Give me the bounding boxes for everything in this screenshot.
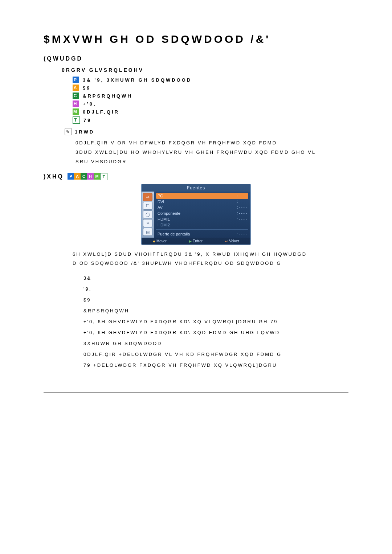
osd-title: Fuentes (142, 184, 250, 192)
note-block: ✎ 1RWD 0DJLF,QIR V OR VH DFWLYD FXDQGR V… (65, 128, 348, 167)
osd-row-value: : - - - - (237, 200, 247, 204)
osd-row-value: : - - - - (237, 232, 247, 236)
badge-m-icon: M (73, 108, 79, 115)
osd-row: PC : - - - - (156, 193, 248, 199)
osd-row: AV : - - - - (156, 205, 248, 210)
num-item-9: 79 +DELOLWDGR FXDQGR VH FRQHFWD XQ VLQWR… (83, 360, 348, 371)
mode-c-label: &RPSRQHQWH (83, 93, 132, 99)
mode-t-label: 79 (83, 118, 91, 123)
document-page: $MXVWH GH OD SDQWDOOD /&' (QWUDGD 0RGRV … (0, 0, 392, 407)
osd-left-tabs: ⇨ ☐ ◯ ✶ ▤ (142, 192, 154, 238)
num-item-1: 3& (83, 273, 348, 284)
mode-p-label: 3& '9, 3XHUWR GH SDQWDOOD (83, 77, 192, 83)
osd-screenshot: Fuentes ⇨ ☐ ◯ ✶ ▤ PC : - - - - DVI (44, 184, 348, 245)
num-item-7: 3XHUWR GH SDQWDOOD (83, 338, 348, 349)
osd-row-value: : - - - - (237, 194, 247, 198)
mode-m-label: 0DJLF,QIR (83, 109, 119, 115)
mode-h-label: +'0, (83, 101, 97, 107)
section-modos: 0RGRV GLVSRQLEOHV (62, 67, 348, 73)
note-line-3: SRU VHSDUDGR (75, 157, 348, 167)
num-item-6: +'0, 6H GHVDFWLYD FXDQGR KD\ XQD FDMD GH… (83, 327, 348, 338)
osd-row-label: AV (158, 205, 163, 210)
osd-footer-entrar: Entrar (189, 239, 203, 243)
mode-row-m: M 0DJLF,QIR (73, 108, 348, 115)
fuente-badges: P A C H M T (68, 173, 107, 180)
num-item-8: 0DJLF,QIR +DELOLWDGR VL VH KD FRQHFWDGR … (83, 349, 348, 360)
mode-row-a: A $9 (73, 85, 348, 91)
badge-c-icon: C (73, 93, 79, 99)
paragraph-1: 6H XWLOL]D SDUD VHOHFFLRQDU 3& '9, X RWU… (73, 250, 348, 268)
mode-row-t: T 79 (73, 116, 348, 124)
osd-row-label: HDMI2 (158, 223, 170, 227)
osd-body: ⇨ ☐ ◯ ✶ ▤ PC : - - - - DVI : - - - - (142, 192, 250, 238)
osd-row: HDMI2 (156, 222, 248, 228)
note-line-2: 3DUD XWLOL]DU HO WHOHYLVRU VH GHEH FRQHF… (75, 148, 348, 157)
num-item-2: '9, (83, 284, 348, 295)
osd-footer-mover: Mover (153, 239, 167, 243)
numbered-list: 3& '9, $9 &RPSRQHQWH +'0, 6H GHVDFWLYD F… (83, 273, 348, 370)
osd-tab-icon: ▤ (143, 228, 152, 236)
para1-line2: D OD SDQWDOOD /&' 3HUPLWH VHOHFFLRQDU OD… (73, 259, 348, 268)
mode-a-label: $9 (83, 85, 91, 91)
badge-t-icon: T (73, 116, 80, 124)
badge-a-icon: A (74, 173, 81, 180)
badge-m-icon: M (94, 173, 100, 180)
note-body: 0DJLF,QIR V OR VH DFWLYD FXDQGR VH FRQHF… (75, 138, 348, 167)
fuente-heading: )XHQ P A C H M T (44, 173, 348, 180)
page-title: $MXVWH GH OD SDQWDOOD /&' (44, 33, 348, 45)
osd-row-value: : - - - - (237, 217, 247, 221)
osd-tab-icon: ✶ (143, 219, 152, 227)
num-item-4: &RPSRQHQWH (83, 305, 348, 316)
num-item-5: +'0, 6H GHVDFWLYD FXDQGR KD\ XQ VLQWRQL]… (83, 316, 348, 327)
osd-tab-icon: ☐ (143, 202, 152, 210)
mode-row-h: H +'0, (73, 100, 348, 107)
osd-separator (156, 229, 248, 230)
badge-t-icon: T (100, 173, 107, 180)
osd-panel: Fuentes ⇨ ☐ ◯ ✶ ▤ PC : - - - - DVI (141, 184, 251, 245)
badge-p-icon: P (68, 173, 74, 180)
osd-row-value: : - - - - (237, 211, 247, 216)
note-icon: ✎ (65, 128, 72, 135)
osd-row: Componente : - - - - (156, 210, 248, 216)
modes-list: P 3& '9, 3XHUWR GH SDQWDOOD A $9 C &RPSR… (73, 77, 348, 124)
osd-row-label: HDMI1 (158, 217, 170, 221)
badge-a-icon: A (73, 85, 79, 91)
osd-tab-icon: ◯ (143, 210, 152, 218)
osd-row-value: : - - - - (237, 205, 247, 210)
num-item-3: $9 (83, 295, 348, 305)
osd-row: Puerto de pantalla : - - - - (156, 231, 248, 237)
note-title: 1RWD (75, 129, 94, 135)
note-line-1: 0DJLF,QIR V OR VH DFWLYD FXDQGR VH FRQHF… (75, 138, 348, 148)
osd-row-label: DVI (158, 200, 164, 204)
rule-bottom (44, 392, 348, 393)
badge-h-icon: H (87, 173, 94, 180)
osd-row: DVI : - - - - (156, 199, 248, 205)
osd-right-list: PC : - - - - DVI : - - - - AV : - - - - … (154, 192, 250, 238)
mode-row-c: C &RPSRQHQWH (73, 93, 348, 99)
section-entrada: (QWUDGD (44, 56, 348, 62)
osd-row-label: PC (158, 194, 163, 198)
osd-footer-volver: Volver (225, 239, 239, 243)
fuente-heading-text: )XHQ (44, 173, 64, 180)
mode-row-p: P 3& '9, 3XHUWR GH SDQWDOOD (73, 77, 348, 83)
rule-top (44, 22, 348, 22)
osd-row: HDMI1 : - - - - (156, 216, 248, 222)
osd-row-label: Componente (158, 211, 180, 216)
badge-h-icon: H (73, 100, 79, 107)
osd-tab-icon: ⇨ (143, 193, 152, 201)
badge-p-icon: P (73, 77, 79, 83)
osd-row-label: Puerto de pantalla (158, 232, 190, 236)
badge-c-icon: C (81, 173, 87, 180)
para1-line1: 6H XWLOL]D SDUD VHOHFFLRQDU 3& '9, X RWU… (73, 250, 348, 259)
note-title-row: ✎ 1RWD (65, 128, 348, 135)
osd-footer: Mover Entrar Volver (142, 238, 250, 245)
